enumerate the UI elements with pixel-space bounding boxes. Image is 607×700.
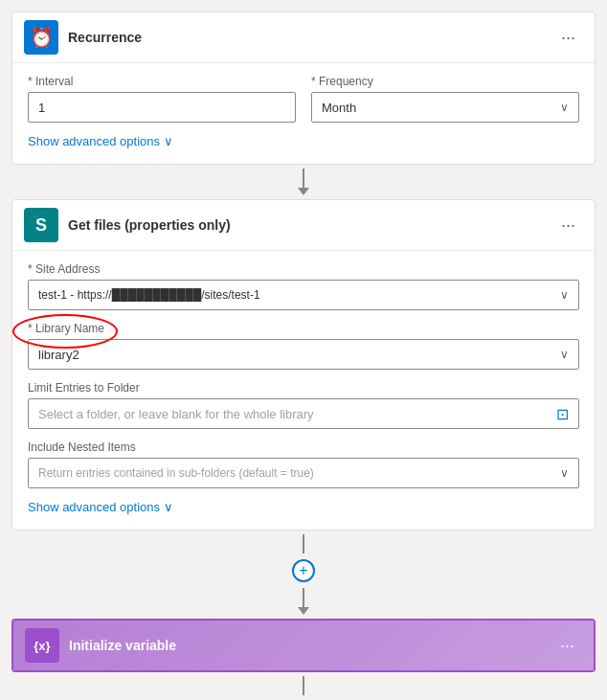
interval-label: * Interval (28, 75, 296, 88)
arrow-add-2: + (292, 672, 315, 700)
add-button-1[interactable]: + (292, 559, 315, 582)
get-files-card: S Get files (properties only) ··· * Site… (11, 199, 596, 531)
get-files-header: S Get files (properties only) ··· (12, 200, 595, 250)
arrow-1 (298, 169, 309, 195)
sharepoint-icon: S (24, 208, 58, 242)
library-name-select[interactable]: library2 ∨ (28, 339, 579, 370)
arrow-3-top (303, 676, 304, 695)
recurrence-title: Recurrence (68, 30, 544, 45)
recurrence-more-button[interactable]: ··· (553, 24, 583, 52)
arrow-add-1: + (292, 531, 315, 619)
interval-input[interactable] (28, 92, 296, 123)
recurrence-show-advanced[interactable]: Show advanced options ∨ (28, 134, 579, 148)
limit-entries-placeholder: Select a folder, or leave blank for the … (38, 407, 314, 421)
interval-group: * Interval (28, 75, 296, 123)
library-name-label: * Library Name (28, 322, 579, 335)
site-address-chevron: ∨ (560, 288, 569, 302)
arrow-2-bottom (298, 588, 309, 615)
nested-items-value: Return entries contained in sub-folders … (38, 466, 314, 480)
site-address-select[interactable]: test-1 - https://███████████/sites/test-… (28, 280, 579, 310)
init-variable-title: Initialize variable (69, 638, 543, 653)
variable-icon: {x} (25, 628, 59, 663)
nested-items-label: Include Nested Items (28, 440, 579, 454)
frequency-chevron: ∨ (560, 101, 569, 114)
get-files-title: Get files (properties only) (68, 217, 544, 233)
init-variable-more-button[interactable]: ··· (552, 632, 582, 660)
init-variable-card: {x} Initialize variable ··· (11, 619, 596, 672)
recurrence-card: ⏰ Recurrence ··· * Interval * Frequency … (11, 11, 596, 165)
library-name-value: library2 (38, 348, 79, 362)
recurrence-body: * Interval * Frequency Month ∨ Show adva… (12, 62, 595, 164)
nested-items-group: Include Nested Items Return entries cont… (28, 440, 579, 488)
frequency-label: * Frequency (311, 75, 579, 88)
get-files-body: * Site Address test-1 - https://████████… (12, 250, 595, 530)
recurrence-icon: ⏰ (24, 20, 58, 55)
arrow-2-top (303, 534, 304, 553)
library-chevron: ∨ (560, 348, 569, 361)
frequency-select[interactable]: Month ∨ (311, 92, 579, 123)
site-address-label: * Site Address (28, 262, 579, 276)
advanced-chevron-icon: ∨ (164, 134, 173, 148)
get-files-more-button[interactable]: ··· (553, 212, 583, 239)
recurrence-fields-row: * Interval * Frequency Month ∨ (28, 75, 579, 123)
site-address-group: * Site Address test-1 - https://████████… (28, 262, 579, 310)
site-address-value: test-1 - https://███████████/sites/test-… (38, 288, 260, 302)
limit-entries-select[interactable]: Select a folder, or leave blank for the … (28, 398, 579, 429)
frequency-group: * Frequency Month ∨ (311, 75, 579, 123)
folder-icon: ⊡ (556, 405, 569, 423)
limit-entries-label: Limit Entries to Folder (28, 381, 579, 395)
recurrence-header: ⏰ Recurrence ··· (12, 12, 595, 62)
flow-container: ⏰ Recurrence ··· * Interval * Frequency … (11, 11, 596, 700)
nested-items-select[interactable]: Return entries contained in sub-folders … (28, 458, 579, 488)
nested-chevron: ∨ (560, 466, 569, 480)
get-files-show-advanced[interactable]: Show advanced options ∨ (28, 500, 579, 514)
gf-advanced-chevron-icon: ∨ (164, 500, 173, 514)
frequency-value: Month (322, 101, 356, 115)
library-name-group: * Library Name library2 ∨ (28, 322, 579, 370)
init-variable-header: {x} Initialize variable ··· (13, 621, 594, 670)
limit-entries-group: Limit Entries to Folder Select a folder,… (28, 381, 579, 429)
